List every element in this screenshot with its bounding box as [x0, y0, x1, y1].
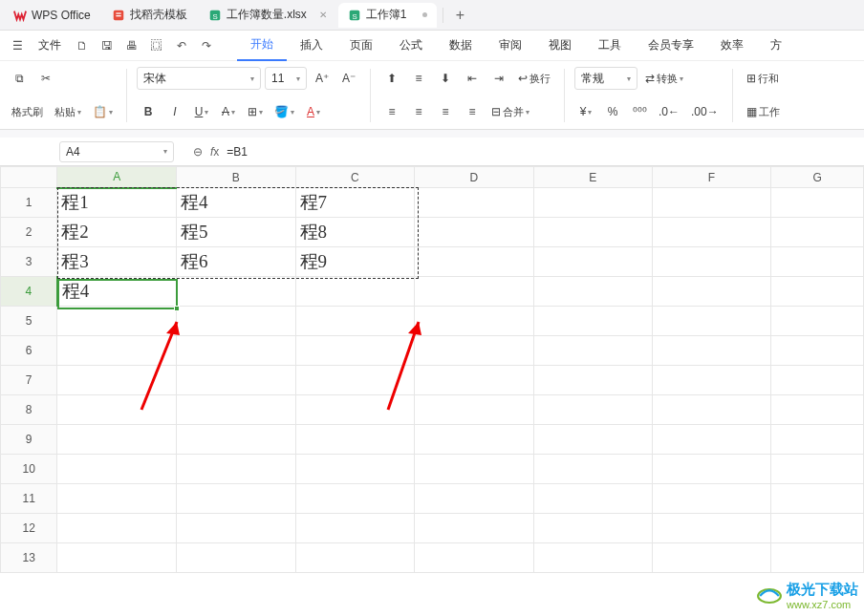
bold-button[interactable]: B — [137, 100, 160, 123]
font-color-button[interactable]: A▾ — [302, 100, 325, 123]
row-head-7[interactable]: 7 — [1, 366, 57, 395]
cell-C10[interactable] — [295, 455, 415, 484]
cell-A1[interactable]: 程1 — [57, 188, 177, 218]
cell-F9[interactable] — [652, 425, 770, 455]
cell-C2[interactable]: 程8 — [295, 218, 415, 247]
row-head-3[interactable]: 3 — [1, 247, 57, 277]
cell-E12[interactable] — [533, 514, 652, 543]
close-icon[interactable]: ✕ — [319, 10, 327, 20]
cell-G6[interactable] — [771, 336, 864, 366]
cell-D8[interactable] — [415, 395, 533, 425]
format-painter-button[interactable]: 格式刷 — [8, 100, 47, 123]
cell-B6[interactable] — [176, 336, 295, 366]
row-head-2[interactable]: 2 — [1, 218, 57, 247]
cell-C3[interactable]: 程9 — [295, 247, 415, 277]
row-head-1[interactable]: 1 — [1, 188, 57, 218]
thousands-button[interactable]: ⁰⁰⁰ — [628, 100, 651, 123]
cell-G8[interactable] — [771, 395, 864, 425]
cell-B12[interactable] — [176, 514, 295, 543]
row-head-6[interactable]: 6 — [1, 336, 57, 366]
cell-C6[interactable] — [295, 336, 415, 366]
cell-E7[interactable] — [533, 366, 652, 395]
cell-E5[interactable] — [533, 307, 652, 336]
underline-button[interactable]: U▾ — [190, 100, 213, 123]
cell-B8[interactable] — [176, 395, 295, 425]
cell-F6[interactable] — [652, 336, 770, 366]
cell-G13[interactable] — [771, 543, 864, 573]
cell-C11[interactable] — [295, 484, 415, 514]
clipboard-more-button[interactable]: 📋▾ — [89, 100, 117, 123]
decrease-font-button[interactable]: A⁻ — [337, 67, 360, 90]
row-head-11[interactable]: 11 — [1, 484, 57, 514]
cell-C12[interactable] — [295, 514, 415, 543]
cell-A8[interactable] — [57, 395, 177, 425]
cell-A12[interactable] — [57, 514, 177, 543]
cell-F2[interactable] — [652, 218, 770, 247]
col-head-E[interactable]: E — [533, 167, 652, 188]
increase-font-button[interactable]: A⁺ — [311, 67, 334, 90]
cell-D4[interactable] — [415, 277, 533, 307]
align-left-button[interactable]: ≡ — [380, 100, 403, 123]
cell-G5[interactable] — [771, 307, 864, 336]
redo-button[interactable]: ↷ — [195, 34, 218, 57]
cell-D9[interactable] — [415, 425, 533, 455]
cell-E2[interactable] — [533, 218, 652, 247]
cell-E9[interactable] — [533, 425, 652, 455]
spreadsheet-grid[interactable]: A B C D E F G 1程1程4程7 2程2程5程8 3程3程6程9 4程… — [0, 166, 864, 573]
cell-D3[interactable] — [415, 247, 533, 277]
cell-B11[interactable] — [176, 484, 295, 514]
fill-color-button[interactable]: 🪣▾ — [270, 100, 298, 123]
cell-E1[interactable] — [533, 188, 652, 218]
cell-B3[interactable]: 程6 — [176, 247, 295, 277]
row-head-10[interactable]: 10 — [1, 455, 57, 484]
percent-button[interactable]: % — [601, 100, 624, 123]
cell-F3[interactable] — [652, 247, 770, 277]
col-head-D[interactable]: D — [415, 167, 533, 188]
cell-E6[interactable] — [533, 336, 652, 366]
italic-button[interactable]: I — [163, 100, 186, 123]
strikethrough-button[interactable]: A▾ — [217, 100, 240, 123]
dec-decimal-button[interactable]: .0← — [655, 100, 683, 123]
cell-B4[interactable] — [176, 277, 295, 307]
worksheet-button[interactable]: ▦工作 — [743, 100, 784, 123]
row-head-13[interactable]: 13 — [1, 543, 57, 573]
cell-C1[interactable]: 程7 — [295, 188, 415, 218]
cell-C4[interactable] — [295, 277, 415, 307]
number-format-select[interactable]: 常规 ▾ — [574, 67, 637, 90]
cell-G2[interactable] — [771, 218, 864, 247]
cell-G11[interactable] — [771, 484, 864, 514]
cell-A10[interactable] — [57, 455, 177, 484]
cell-F4[interactable] — [652, 277, 770, 307]
cell-G10[interactable] — [771, 455, 864, 484]
cell-D2[interactable] — [415, 218, 533, 247]
tab-efficiency[interactable]: 效率 — [707, 31, 757, 61]
cell-F13[interactable] — [652, 543, 770, 573]
cell-E3[interactable] — [533, 247, 652, 277]
cell-D6[interactable] — [415, 336, 533, 366]
wrap-text-button[interactable]: ↩换行 — [514, 67, 554, 90]
align-justify-button[interactable]: ≡ — [461, 100, 484, 123]
cell-C9[interactable] — [295, 425, 415, 455]
row-head-5[interactable]: 5 — [1, 307, 57, 336]
cell-F10[interactable] — [652, 455, 770, 484]
menu-collapse-button[interactable]: ☰ — [6, 34, 29, 57]
col-head-A[interactable]: A — [57, 167, 177, 188]
app-tab[interactable]: WPS Office — [4, 3, 100, 28]
cell-C5[interactable] — [295, 307, 415, 336]
print-preview-button[interactable]: ⿴ — [145, 34, 168, 57]
tab-insert[interactable]: 插入 — [287, 31, 336, 61]
cell-D10[interactable] — [415, 455, 533, 484]
row-head-4[interactable]: 4 — [1, 277, 57, 307]
cell-D5[interactable] — [415, 307, 533, 336]
cell-A5[interactable] — [57, 307, 177, 336]
cell-C8[interactable] — [295, 395, 415, 425]
cell-B5[interactable] — [176, 307, 295, 336]
name-box[interactable]: A4 ▾ — [59, 141, 174, 162]
col-head-F[interactable]: F — [652, 167, 770, 188]
tab-start[interactable]: 开始 — [237, 31, 287, 61]
rows-cols-button[interactable]: ⊞行和 — [743, 67, 783, 90]
undo-button[interactable]: ↶ — [170, 34, 193, 57]
col-head-G[interactable]: G — [771, 167, 864, 188]
new-tab-button[interactable]: + — [447, 3, 472, 28]
cell-G3[interactable] — [771, 247, 864, 277]
